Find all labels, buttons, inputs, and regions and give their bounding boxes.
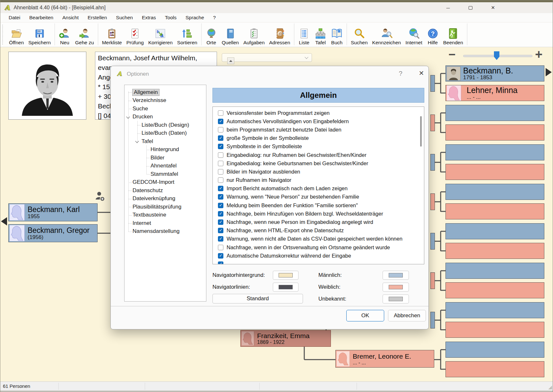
checkbox-icon[interactable] bbox=[218, 261, 223, 264]
person-box[interactable] bbox=[445, 223, 544, 239]
checkbox-icon[interactable] bbox=[218, 161, 223, 166]
person-box[interactable] bbox=[445, 361, 544, 377]
person-box[interactable]: Beckmann, Gregor (1956) bbox=[8, 224, 98, 242]
option-row[interactable]: Eingabedialog: nur Rufnamen bei Geschwis… bbox=[213, 151, 424, 159]
person-box[interactable]: Bremer, Leonore E. ... - ... bbox=[335, 350, 434, 368]
tree-item-suche[interactable]: Suche bbox=[125, 105, 206, 113]
zoom-out-button[interactable]: − bbox=[448, 48, 455, 62]
list-scrollbar-thumb[interactable] bbox=[420, 116, 422, 147]
tree-item-ahnentafel[interactable]: Ahnentafel bbox=[125, 162, 206, 170]
person-box[interactable] bbox=[445, 105, 544, 121]
tree-item-verzeichnisse[interactable]: Verzeichnisse bbox=[125, 97, 206, 105]
person-box[interactable] bbox=[445, 342, 544, 358]
toolbar-grip[interactable] bbox=[2, 25, 4, 45]
checkbox-icon[interactable] bbox=[218, 169, 223, 175]
menu-sprache[interactable]: Sprache bbox=[181, 14, 209, 21]
option-row[interactable]: Automatisches Vervollständigen von Einga… bbox=[213, 117, 424, 125]
checkbox-icon[interactable] bbox=[218, 194, 223, 200]
person-box-stub[interactable] bbox=[430, 233, 435, 250]
tree-item-allgemein[interactable]: Allgemein bbox=[125, 88, 206, 97]
maximize-button[interactable] bbox=[463, 2, 478, 13]
tree-item-liste-buch-design[interactable]: Liste/Buch (Design) bbox=[125, 121, 206, 129]
person-box-stub[interactable] bbox=[430, 312, 435, 328]
person-box[interactable] bbox=[445, 243, 544, 259]
toolbar-liste[interactable]: Liste bbox=[296, 27, 312, 46]
option-row[interactable]: Bilder im Navigator ausblenden bbox=[213, 167, 424, 176]
toolbar-korrigieren[interactable]: ba Korrigieren bbox=[146, 27, 175, 46]
checkbox-icon[interactable] bbox=[218, 186, 223, 191]
person-photo[interactable] bbox=[8, 52, 86, 120]
male-color-button[interactable] bbox=[383, 271, 409, 280]
option-row[interactable]: Versionsfenster beim Programmstart zeige… bbox=[213, 109, 424, 117]
nav-bg-color-button[interactable] bbox=[273, 271, 298, 280]
toolbar-hilfe[interactable]: ? Hilfe bbox=[425, 27, 441, 46]
tree-item-textbausteine[interactable]: Textbausteine bbox=[125, 211, 206, 219]
person-box[interactable]: Lehner, Minna ... - ... bbox=[445, 85, 544, 101]
toolbar-open[interactable]: Öffnen bbox=[7, 27, 26, 46]
option-row[interactable]: beim Programmstart zuletzt benutzte Date… bbox=[213, 125, 424, 134]
ok-button[interactable]: OK bbox=[346, 310, 384, 321]
close-button[interactable]: ✕ bbox=[485, 2, 501, 13]
menu-bearbeiten[interactable]: Bearbeiten bbox=[25, 14, 58, 21]
checkbox-icon[interactable] bbox=[218, 236, 223, 242]
tree-item-tafel[interactable]: Tafel bbox=[125, 137, 206, 146]
toolbar-sortieren[interactable]: Sortieren bbox=[175, 27, 200, 46]
checkbox-icon[interactable] bbox=[218, 211, 223, 217]
tree-item-stammtafel[interactable]: Stammtafel bbox=[125, 170, 206, 178]
option-row[interactable]: Nachfrage, beim Hinzufügen von Bildern b… bbox=[213, 209, 424, 218]
checkbox-icon[interactable] bbox=[218, 110, 223, 116]
person-box-stub[interactable] bbox=[430, 115, 435, 131]
tree-item-dateiverknuepfung[interactable]: Dateiverknüpfung bbox=[125, 195, 206, 203]
tree-item-gedcom-import[interactable]: GEDCOM-Import bbox=[125, 178, 206, 187]
option-row[interactable]: Nachfrage, wenn neue Person im Eingabedi… bbox=[213, 218, 424, 226]
standard-button[interactable]: Standard bbox=[212, 294, 303, 303]
toolbar-merkliste[interactable]: Merkliste bbox=[100, 27, 124, 46]
person-box[interactable] bbox=[445, 203, 544, 219]
dialog-help-button[interactable]: ? bbox=[396, 70, 405, 77]
checkbox-icon[interactable] bbox=[218, 245, 223, 250]
menu-tools[interactable]: Tools bbox=[160, 14, 181, 21]
tree-item-liste-buch-daten[interactable]: Liste/Buch (Daten) bbox=[125, 129, 206, 138]
checkbox-icon[interactable] bbox=[218, 152, 223, 158]
menu-suchen[interactable]: Suchen bbox=[111, 14, 137, 21]
person-box[interactable] bbox=[445, 282, 544, 298]
toolbar-internet[interactable]: Internet bbox=[403, 27, 425, 46]
person-box[interactable] bbox=[445, 144, 544, 160]
add-person-icon[interactable] bbox=[95, 191, 105, 202]
person-select-dropdown[interactable] bbox=[222, 53, 312, 62]
toolbar-new-person[interactable]: Neu bbox=[56, 27, 73, 46]
option-row[interactable]: Symboltexte in der Symbolleiste bbox=[213, 142, 424, 151]
option-row[interactable] bbox=[213, 260, 424, 264]
dialog-close-icon[interactable]: ✕ bbox=[416, 69, 427, 77]
toolbar-aufgaben[interactable]: Aufgaben bbox=[241, 27, 267, 46]
tree-item-internet[interactable]: Internet bbox=[125, 219, 206, 227]
toolbar-beenden[interactable]: Beenden bbox=[441, 27, 465, 46]
female-color-button[interactable] bbox=[383, 283, 409, 292]
toolbar-kennzeichen[interactable]: Kennzeichen bbox=[370, 27, 403, 46]
person-box[interactable] bbox=[445, 164, 544, 180]
checkbox-icon[interactable] bbox=[218, 135, 223, 141]
person-box-stub[interactable] bbox=[430, 75, 435, 92]
toolbar-tafel[interactable]: Tafel bbox=[312, 27, 329, 46]
navigate-left-arrow[interactable] bbox=[1, 217, 7, 226]
toolbar-quellen[interactable]: Quellen bbox=[220, 27, 241, 46]
tree-item-hintergrund[interactable]: Hintergrund bbox=[125, 146, 206, 154]
person-box[interactable] bbox=[445, 322, 544, 338]
person-box-stub[interactable] bbox=[430, 154, 435, 171]
checkbox-icon[interactable] bbox=[218, 219, 223, 225]
checkbox-icon[interactable] bbox=[218, 144, 223, 149]
toolbar-adressen[interactable]: @ Adressen bbox=[267, 27, 292, 46]
person-box-selected[interactable]: Franzikeit, Emma 1869 - 1922 bbox=[240, 330, 331, 347]
person-box-stub[interactable] bbox=[430, 193, 435, 210]
unknown-color-button[interactable] bbox=[383, 294, 409, 303]
option-row[interactable]: Warnung, wenn "Neue Person" zur bestehen… bbox=[213, 193, 424, 201]
scroll-up-button[interactable] bbox=[227, 57, 234, 64]
option-row[interactable]: Nachfrage, wenn HTML-Export ohne Datensc… bbox=[213, 226, 424, 235]
checkbox-icon[interactable] bbox=[218, 228, 223, 233]
checkbox-icon[interactable] bbox=[218, 203, 223, 208]
checkbox-icon[interactable] bbox=[218, 127, 223, 132]
option-row[interactable]: große Symbole in der Symbolleiste bbox=[213, 134, 424, 142]
toolbar-orte[interactable]: Orte bbox=[203, 27, 220, 46]
toolbar-suchen[interactable]: Suchen bbox=[349, 27, 370, 46]
option-row[interactable]: Warnung, wenn nicht alle Daten als CSV-D… bbox=[213, 235, 424, 243]
